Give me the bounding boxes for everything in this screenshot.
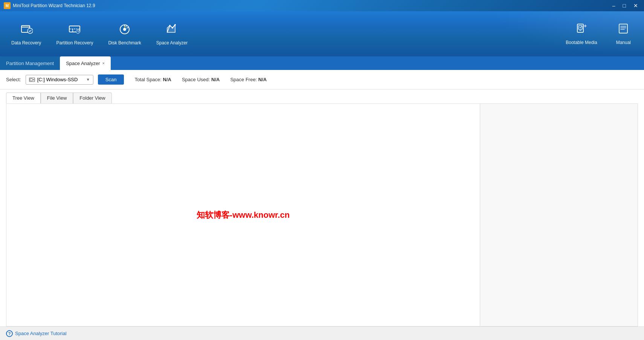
tab-partition-management[interactable]: Partition Management	[0, 56, 60, 70]
nav-item-manual[interactable]: Manual	[610, 19, 636, 49]
tree-panel: 知软博客-www.knowr.cn	[6, 103, 480, 326]
total-space-stat: Total Space: N/A	[134, 77, 171, 82]
manual-icon	[618, 23, 629, 37]
svg-text:M: M	[6, 4, 9, 8]
right-panel	[480, 103, 638, 326]
select-arrow-icon: ▼	[86, 77, 90, 82]
nav-item-space-analyzer[interactable]: Space Analyzer	[149, 19, 195, 49]
svg-rect-13	[619, 24, 627, 33]
minimize-button[interactable]: –	[610, 2, 618, 9]
space-used-stat: Space Used: N/A	[182, 77, 220, 82]
tab-space-analyzer-close[interactable]: ×	[102, 61, 105, 65]
folder-view-label: Folder View	[79, 95, 105, 101]
header-toolbar: Data Recovery Partition Recovery	[0, 11, 644, 56]
space-used-label: Space Used:	[182, 77, 210, 82]
view-tabs: Tree View File View Folder View	[0, 90, 644, 103]
drive-icon	[29, 77, 35, 83]
select-label: Select:	[6, 77, 21, 82]
close-button[interactable]: ✕	[631, 2, 640, 9]
nav-right-items: Bootable Media Manual	[560, 19, 636, 49]
space-analyzer-icon	[165, 23, 178, 37]
watermark-text: 知软博客-www.knowr.cn	[197, 209, 290, 221]
nav-item-bootable-media[interactable]: Bootable Media	[560, 19, 603, 49]
nav-item-partition-recovery[interactable]: Partition Recovery	[49, 19, 101, 49]
data-recovery-label: Data Recovery	[11, 40, 41, 46]
title-bar: M MiniTool Partition Wizard Technician 1…	[0, 0, 644, 11]
view-content: 知软博客-www.knowr.cn	[6, 103, 638, 326]
space-analyzer-label: Space Analyzer	[156, 40, 188, 46]
tab-folder-view[interactable]: Folder View	[73, 93, 111, 103]
tab-partition-management-label: Partition Management	[6, 61, 54, 66]
partition-recovery-icon	[68, 23, 81, 37]
disk-benchmark-label: Disk Benchmark	[108, 40, 141, 46]
space-used-value: N/A	[211, 77, 220, 82]
nav-item-data-recovery[interactable]: Data Recovery	[4, 19, 49, 49]
tab-space-analyzer-label: Space Analyzer	[66, 61, 100, 66]
app-window: M MiniTool Partition Wizard Technician 1…	[0, 0, 644, 340]
manual-label: Manual	[616, 40, 631, 45]
scan-button[interactable]: Scan	[98, 74, 124, 85]
total-space-value: N/A	[163, 77, 171, 82]
bootable-media-icon	[576, 23, 587, 37]
file-view-label: File View	[47, 95, 67, 101]
app-title: MiniTool Partition Wizard Technician 12.…	[13, 3, 610, 8]
svg-rect-15	[30, 79, 32, 81]
space-free-value: N/A	[258, 77, 267, 82]
svg-point-8	[169, 25, 171, 26]
space-free-stat: Space Free: N/A	[230, 77, 267, 82]
toolbar-row: Select: [C:] Windows-SSD ▼ Scan Total Sp…	[0, 70, 644, 90]
svg-point-9	[172, 27, 173, 29]
svg-point-16	[33, 79, 34, 80]
disk-benchmark-icon	[118, 23, 131, 37]
total-space-label: Total Space:	[134, 77, 162, 82]
nav-item-disk-benchmark[interactable]: Disk Benchmark	[101, 19, 148, 49]
svg-point-7	[123, 28, 126, 31]
help-icon[interactable]: ?	[6, 330, 13, 337]
app-icon: M	[4, 2, 11, 9]
nav-items: Data Recovery Partition Recovery	[4, 19, 560, 49]
tab-space-analyzer[interactable]: Space Analyzer ×	[60, 56, 111, 70]
drive-select[interactable]: [C:] Windows-SSD ▼	[26, 75, 93, 85]
tab-file-view[interactable]: File View	[41, 93, 73, 103]
drive-value: [C:] Windows-SSD	[37, 77, 78, 82]
window-controls: – □ ✕	[610, 2, 640, 9]
svg-point-10	[174, 24, 176, 26]
bootable-media-label: Bootable Media	[566, 40, 597, 45]
main-content: Select: [C:] Windows-SSD ▼ Scan Total Sp…	[0, 70, 644, 340]
space-free-label: Space Free:	[230, 77, 257, 82]
bottom-bar: ? Space Analyzer Tutorial	[0, 326, 644, 340]
partition-recovery-label: Partition Recovery	[56, 40, 93, 46]
tree-view-label: Tree View	[12, 95, 34, 101]
tab-tree-view[interactable]: Tree View	[6, 93, 41, 103]
maximize-button[interactable]: □	[621, 2, 628, 9]
tab-bar: Partition Management Space Analyzer ×	[0, 56, 644, 70]
data-recovery-icon	[20, 23, 33, 37]
tutorial-link[interactable]: Space Analyzer Tutorial	[15, 331, 67, 336]
